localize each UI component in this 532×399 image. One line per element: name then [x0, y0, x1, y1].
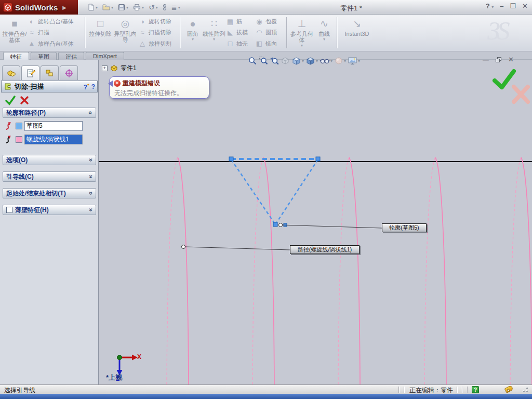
resize-grip[interactable]: [526, 391, 528, 392]
view-orientation-button[interactable]: ▾: [291, 56, 304, 65]
tab-sketch[interactable]: 草图: [31, 52, 57, 60]
confirmation-ok-button[interactable]: [495, 71, 514, 87]
tab-evaluate[interactable]: 评估: [58, 52, 84, 60]
maximize-button[interactable]: ☐: [510, 2, 516, 10]
thin-feature-checkbox[interactable]: [6, 207, 12, 213]
extruded-boss-button[interactable]: ■拉伸凸台/基体: [2, 15, 27, 50]
appearances-button[interactable]: ▾: [334, 56, 346, 65]
instant3d-button[interactable]: ↘Instant3D: [340, 15, 374, 50]
document-restore-button[interactable]: [496, 57, 501, 62]
rib-button[interactable]: ▤筋: [226, 17, 254, 26]
options-button[interactable]: ≣▾: [171, 2, 180, 13]
dropdown-arrow-icon[interactable]: ▾: [330, 59, 332, 63]
quick-tips-help-badge[interactable]: ?: [472, 386, 479, 393]
zoom-area-button[interactable]: [259, 56, 268, 65]
section-guide-curves[interactable]: 引导线(C)«: [3, 171, 96, 182]
tag-icon[interactable]: [504, 385, 514, 393]
swept-cut-button[interactable]: ≈扫描切除: [138, 28, 177, 37]
dropdown-arrow-icon[interactable]: ▾: [358, 59, 360, 63]
dropdown-arrow-icon[interactable]: ▾: [96, 5, 98, 10]
ok-button[interactable]: [4, 95, 17, 106]
document-close-button[interactable]: ✕: [508, 56, 514, 63]
close-button[interactable]: ✕: [522, 2, 528, 10]
help-button[interactable]: ?: [91, 83, 95, 90]
dropdown-arrow-icon[interactable]: ▾: [302, 59, 304, 63]
open-document-button[interactable]: ▾: [102, 2, 113, 13]
shell-button[interactable]: ◻抽壳: [226, 39, 254, 49]
pin-help-button[interactable]: ?*: [84, 83, 89, 91]
section-profile-and-path[interactable]: 轮廓和路径(P)«: [3, 108, 96, 118]
configuration-manager-tab[interactable]: [41, 65, 59, 80]
profile-sketch-triangle[interactable]: [229, 157, 320, 227]
new-document-button[interactable]: ▾: [87, 2, 98, 13]
lofted-cut-button[interactable]: △放样切割: [138, 39, 177, 49]
swept-boss-button[interactable]: ≈扫描: [28, 28, 82, 37]
dropdown-arrow-icon[interactable]: ▾: [178, 5, 180, 10]
reference-geometry-button[interactable]: ⊥参考几何体▾: [289, 15, 314, 50]
dropdown-arrow-icon[interactable]: ▾: [192, 37, 194, 41]
minimize-button[interactable]: –: [500, 2, 503, 10]
hide-show-items-button[interactable]: ▾: [320, 56, 332, 65]
curves-button[interactable]: ∿曲线▾: [314, 15, 334, 50]
section-thin-feature[interactable]: 薄壁特征(H)«: [3, 205, 96, 215]
dropdown-arrow-icon[interactable]: ▾: [111, 5, 113, 10]
document-minimize-button[interactable]: —: [483, 56, 489, 63]
callout-profile-label[interactable]: 轮廓(草图5): [382, 223, 427, 232]
dropdown-arrow-icon[interactable]: ▾: [491, 5, 494, 9]
feature-manager-tab[interactable]: [2, 65, 20, 80]
display-style-button[interactable]: ▾: [305, 56, 318, 65]
extruded-cut-button[interactable]: □拉伸切除: [88, 15, 113, 50]
profile-selection-field[interactable]: [24, 121, 83, 131]
confirmation-cancel-button[interactable]: [514, 87, 528, 102]
lofted-boss-button[interactable]: ▲放样凸台/基体: [28, 39, 82, 49]
dropdown-arrow-icon[interactable]: ▾: [142, 5, 144, 10]
property-manager-tab[interactable]: [21, 65, 39, 80]
tab-dimxpert[interactable]: DimXpert: [86, 52, 124, 60]
wrap-button[interactable]: ◉包覆: [255, 17, 283, 26]
wrap-icon: ◉: [255, 18, 263, 26]
section-start-end-tangency[interactable]: 起始处/结束处相切(T)«: [3, 188, 96, 198]
section-options[interactable]: 选项(O)«: [3, 155, 96, 165]
dropdown-arrow-icon[interactable]: ▾: [323, 37, 325, 41]
select-button[interactable]: [163, 2, 167, 13]
dome-button[interactable]: ◠圆顶: [255, 28, 283, 37]
tab-features[interactable]: 特征: [3, 52, 29, 60]
dropdown-arrow-icon[interactable]: ▾: [156, 5, 158, 10]
revolved-cut-button[interactable]: ◑旋转切除: [138, 17, 177, 26]
dropdown-arrow-icon[interactable]: ▾: [213, 37, 215, 41]
dropdown-arrow-icon[interactable]: ▾: [316, 59, 318, 63]
tree-root-label[interactable]: 零件1: [121, 64, 137, 73]
path-selection-field[interactable]: [24, 135, 83, 144]
graphics-viewport[interactable]: + 零件1 ✕ 重建模型错误 无法完成扫描特征操作。 轮廓(草图5) 路径(螺旋…: [99, 60, 532, 384]
zoom-area-icon: [259, 56, 268, 65]
dropdown-arrow-icon[interactable]: ▾: [344, 59, 346, 63]
rebuild-error-balloon: ✕ 重建模型错误 无法完成扫描特征操作。: [109, 76, 209, 99]
fillet-button[interactable]: ●圆角▾: [183, 15, 203, 50]
callout-path-label[interactable]: 路径(螺旋线/涡状线1): [290, 245, 360, 254]
helix-path-curves[interactable]: [167, 157, 532, 384]
draft-button[interactable]: ◣拔模: [226, 28, 254, 37]
zoom-previous-button[interactable]: [270, 56, 279, 65]
dropdown-arrow-icon[interactable]: ▾: [301, 44, 303, 47]
help-button[interactable]: ? ▾: [486, 2, 494, 10]
window-bottom-frame: [0, 394, 532, 399]
cancel-button[interactable]: [20, 96, 29, 105]
expand-chevron-icon: «: [87, 175, 95, 179]
scene-button[interactable]: ▾: [348, 56, 360, 65]
mirror-button[interactable]: ◧镜向: [255, 39, 283, 49]
rib-icon: ▤: [226, 18, 234, 26]
expand-plus-icon[interactable]: +: [102, 65, 108, 71]
print-button[interactable]: ▾: [133, 2, 144, 13]
zoom-fit-button[interactable]: [248, 56, 257, 65]
save-button[interactable]: ▾: [118, 2, 128, 13]
menu-flyout-arrow-icon[interactable]: ▶: [62, 5, 66, 10]
dimxpert-manager-tab[interactable]: [60, 65, 78, 80]
undo-button[interactable]: ↺▾: [149, 2, 158, 13]
dropdown-arrow-icon[interactable]: ▾: [126, 5, 128, 10]
linear-pattern-button[interactable]: ∷线性阵列▾: [203, 15, 225, 50]
section-view-button[interactable]: [281, 56, 290, 65]
graphics-area[interactable]: [99, 60, 532, 384]
revolved-boss-button[interactable]: ◐旋转凸台/基体: [28, 17, 82, 26]
hole-wizard-button[interactable]: ◎异型孔向导: [113, 15, 138, 50]
ribbon-group-cut: □拉伸切除 ◎异型孔向导 ◑旋转切除 ≈扫描切除 △放样切割: [87, 15, 178, 50]
